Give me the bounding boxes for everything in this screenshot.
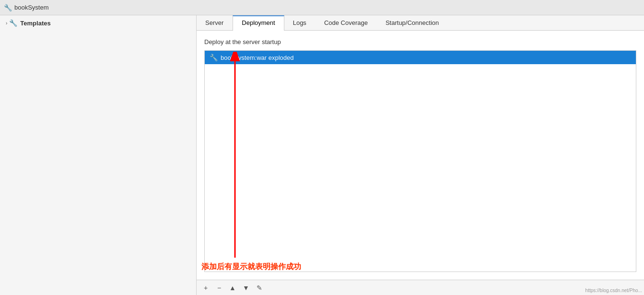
deploy-label: Deploy at the server startup [204,38,636,45]
deploy-list[interactable]: 🔧 bookSystem:war exploded [204,50,636,272]
deploy-item-label: bookSystem:war exploded [221,54,293,61]
tab-startup-connection[interactable]: Startup/Connection [377,15,448,30]
tab-code-coverage[interactable]: Code Coverage [316,15,377,30]
move-down-button[interactable]: ▼ [241,283,251,293]
edit-button[interactable]: ✎ [254,283,265,293]
sidebar: › 🔧 Templates [0,15,197,295]
main-layout: › 🔧 Templates Server Deployment Logs Cod… [0,15,644,295]
top-bar: 🔧 bookSystem [0,0,644,15]
tab-server[interactable]: Server [197,15,233,30]
sidebar-item-templates[interactable]: › 🔧 Templates [0,15,196,31]
sidebar-item-label: Templates [20,20,50,27]
remove-button[interactable]: − [214,283,224,293]
app-title: bookSystem [14,4,49,11]
deploy-item[interactable]: 🔧 bookSystem:war exploded [205,51,636,64]
content-area: Server Deployment Logs Code Coverage Sta… [197,15,644,295]
templates-icon: 🔧 [9,19,17,27]
move-up-button[interactable]: ▲ [227,283,238,293]
deploy-item-icon: 🔧 [210,54,218,61]
tabs-bar: Server Deployment Logs Code Coverage Sta… [197,15,644,31]
app-icon: 🔧 [4,4,12,11]
deployment-panel: Deploy at the server startup 🔧 bookSyste… [197,31,644,280]
add-button[interactable]: + [200,283,211,293]
chevron-right-icon: › [6,21,7,26]
tab-deployment[interactable]: Deployment [233,15,284,31]
bottom-toolbar: + − ▲ ▼ ✎ [197,280,644,295]
tab-logs[interactable]: Logs [284,15,316,30]
